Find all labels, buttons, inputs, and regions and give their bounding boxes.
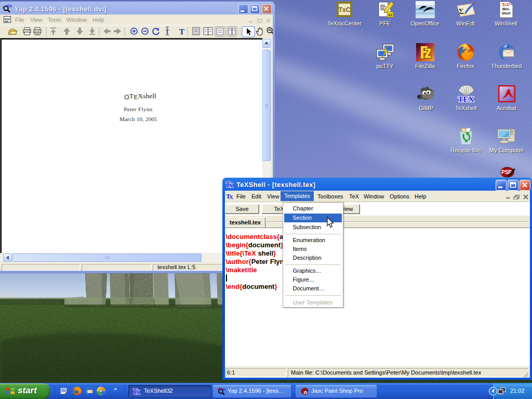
svg-text:Shell: Shell [502,11,511,15]
svg-text:TxC: TxC [339,6,351,14]
svg-text:8: 8 [304,391,307,395]
svg-text:DVI: DVI [5,18,10,21]
svg-text:dvi: dvi [221,388,225,391]
svg-text:TEX: TEX [458,95,474,103]
svg-text:X: X [136,389,140,395]
svg-text:T: T [179,28,184,36]
svg-text:X: X [229,182,233,189]
svg-text:32: 32 [388,12,393,17]
svg-text:X: X [229,194,233,200]
svg-text:DVI: DVI [7,4,12,8]
svg-text:TeX: TeX [502,3,509,7]
svg-text:Σ: Σ [459,7,464,16]
svg-text:Win-: Win- [502,7,510,11]
svg-text:T: T [165,28,169,34]
